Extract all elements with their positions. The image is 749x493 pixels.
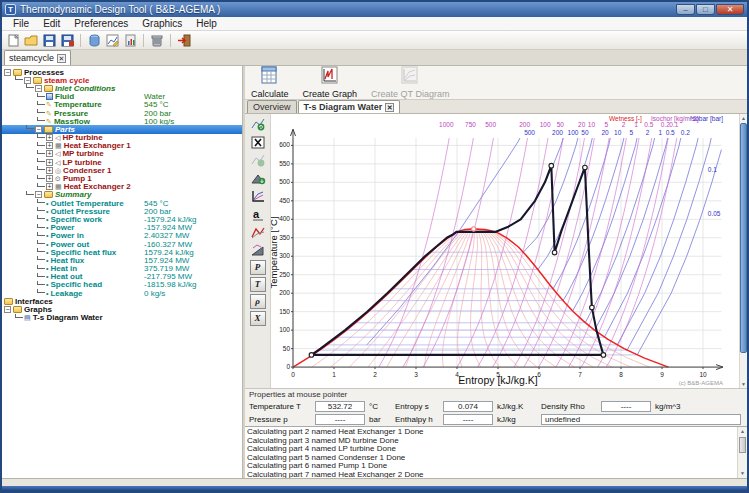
tree-expander[interactable]: − [4, 306, 11, 313]
tree-item-power[interactable]: •Power-157.924 MW [2, 224, 242, 232]
property-field-density-rho[interactable]: ---- [601, 401, 651, 412]
axes-settings-icon[interactable] [249, 188, 267, 204]
property-field-entropy-s[interactable]: 0.074 [443, 401, 493, 412]
property-field-enthalpy-h[interactable]: ---- [443, 414, 493, 425]
tree-item-heat-in[interactable]: •Heat in375.719 MW [2, 265, 242, 273]
refresh-graph-icon[interactable] [249, 116, 267, 132]
property-field-undefined[interactable]: undefined [541, 414, 741, 425]
tree-expander[interactable]: + [46, 159, 53, 166]
title-bar[interactable]: T Thermodynamic Design Tool ( B&B-AGEMA … [2, 2, 747, 17]
export-image-icon[interactable] [249, 170, 267, 186]
tree-item-outlet-temperature[interactable]: •Outlet Temperature545 °C [2, 199, 242, 207]
tree-expander[interactable]: − [35, 191, 42, 198]
tree-expander[interactable]: + [46, 142, 53, 149]
y-tick-label: 0 [286, 363, 290, 370]
tree-item-power-out[interactable]: •Power out-160.327 MW [2, 240, 242, 248]
property-unit: kJ/kg.K [497, 402, 537, 411]
menu-edit[interactable]: Edit [36, 18, 67, 29]
create-graph-button[interactable]: Create Graph [301, 66, 360, 100]
maximize-button[interactable]: □ [696, 4, 715, 15]
menu-help[interactable]: Help [189, 18, 224, 29]
exit-app-icon[interactable] [176, 33, 192, 48]
tree-expander[interactable]: + [46, 183, 53, 190]
area-fill-icon[interactable] [249, 242, 267, 258]
tree-item-condenser-1[interactable]: +◎Condenser 1 [2, 166, 242, 174]
tree-expander[interactable]: − [4, 69, 11, 76]
chart-scrollbar[interactable]: ▲ ▼ [739, 114, 747, 388]
open-folder-icon[interactable] [23, 33, 39, 48]
tree-item-mp-turbine[interactable]: +◁MP turbine [2, 150, 242, 158]
tree-item-specific-head[interactable]: •Specific head-1815.98 kJ/kg [2, 281, 242, 289]
toggle-x-button[interactable]: X [250, 311, 266, 326]
isochor-value-label: 500 [485, 121, 496, 128]
tree-expander[interactable]: + [46, 150, 53, 157]
chart-scrollbar-thumb[interactable] [740, 123, 747, 353]
scroll-down-icon[interactable]: ▼ [740, 380, 747, 388]
database-icon[interactable] [86, 33, 102, 48]
scroll-up-icon[interactable]: ▲ [738, 427, 747, 436]
y-tick-label: 100 [279, 326, 290, 333]
tree-item-temperature[interactable]: ✎Temperature545 °C [2, 101, 242, 109]
text-label-icon[interactable]: a [249, 206, 267, 222]
tab-overview[interactable]: Overview [247, 100, 297, 113]
document-tab-steamcycle[interactable]: steamcycle✕ [4, 50, 71, 65]
tab-t-s-diagram-water[interactable]: T-s Diagram Water✕ [298, 100, 401, 113]
property-label-pressure-p: Pressure p [249, 415, 311, 424]
tree-connector [37, 109, 45, 113]
tree-item-heat-exchanger-2[interactable]: +▦Heat Exchanger 2 [2, 183, 242, 191]
tree-item-heat-flux[interactable]: •Heat flux157.924 MW [2, 256, 242, 264]
log-scrollbar-thumb[interactable] [739, 437, 746, 453]
ts-diagram-plot[interactable]: 5002001005020105210.50.21000750500200100… [271, 114, 731, 388]
calculation-log[interactable]: Calculating part 2 named Heat Exchanger … [247, 428, 735, 478]
tree-expander[interactable]: − [35, 126, 42, 133]
report-icon[interactable] [122, 33, 138, 48]
menu-file[interactable]: File [6, 18, 36, 29]
bullet-icon: • [46, 281, 48, 288]
tree-item-pressure[interactable]: ✎Pressure200 bar [2, 109, 242, 117]
close-tab-icon[interactable]: ✕ [57, 54, 66, 63]
property-field-pressure-p[interactable]: ---- [315, 414, 365, 425]
menu-graphics[interactable]: Graphics [135, 18, 189, 29]
tree-item-specific-work[interactable]: •Specific work-1579.24 kJ/kg [2, 215, 242, 223]
edit-curves-icon[interactable] [249, 224, 267, 240]
menu-preferences[interactable]: Preferences [67, 18, 135, 29]
tree-item-inlet-conditions[interactable]: −Inlet Conditions [2, 84, 242, 92]
tree-item-parts[interactable]: −Parts [2, 125, 242, 133]
calculate-button[interactable]: Calculate [249, 66, 291, 100]
x-tick-label: 8 [619, 371, 623, 378]
tree-item-massflow[interactable]: ✎Massflow100 kg/s [2, 117, 242, 125]
save-icon[interactable] [41, 33, 57, 48]
tree-expander[interactable]: + [46, 167, 53, 174]
tree-item-steam-cycle[interactable]: −steam cycle [2, 76, 242, 84]
save-as-icon[interactable] [59, 33, 75, 48]
graph-edit-icon[interactable] [104, 33, 120, 48]
tree-expander[interactable]: + [46, 175, 53, 182]
tree-item-fluid[interactable]: FluidWater [2, 93, 242, 101]
tree-item-lp-turbine[interactable]: +◁LP turbine [2, 158, 242, 166]
delete-trash-icon[interactable] [149, 33, 165, 48]
export-excel-icon[interactable] [249, 134, 267, 150]
tree-item-processes[interactable]: −Processes [2, 68, 242, 76]
y-tick-label: 450 [279, 197, 290, 204]
tree-item-outlet-pressure[interactable]: •Outlet Pressure200 bar [2, 207, 242, 215]
isochor-value-label: 200 [519, 121, 530, 128]
tree-item-t-s-diagram-water[interactable]: ▤T-s Diagram Water [2, 314, 242, 322]
close-tab-icon[interactable]: ✕ [385, 103, 394, 112]
toggle-rho-button[interactable]: ρ [250, 294, 266, 309]
toggle-t-button[interactable]: T [250, 277, 266, 292]
tree-item-heat-exchanger-1[interactable]: +▦Heat Exchanger 1 [2, 142, 242, 150]
property-field-temperature-t[interactable]: 532.72 [315, 401, 365, 412]
scroll-up-icon[interactable]: ▲ [740, 114, 747, 122]
new-file-icon[interactable] [5, 33, 21, 48]
toggle-p-button[interactable]: P [250, 260, 266, 275]
tree-item-heat-out[interactable]: •Heat out-217.795 MW [2, 273, 242, 281]
tree-expander[interactable]: − [24, 77, 31, 84]
tree-expander[interactable]: + [46, 134, 53, 141]
tree-expander[interactable]: − [35, 85, 42, 92]
scroll-down-icon[interactable]: ▼ [738, 469, 747, 478]
tree-item-specific-heat-flux[interactable]: •Specific heat flux1579.24 kJ/kg [2, 248, 242, 256]
tree-item-power-in[interactable]: •Power in2.40327 MW [2, 232, 242, 240]
minimize-button[interactable]: – [676, 4, 695, 15]
log-scrollbar[interactable]: ▲ ▼ [737, 427, 747, 478]
close-button[interactable]: ✕ [716, 4, 744, 15]
